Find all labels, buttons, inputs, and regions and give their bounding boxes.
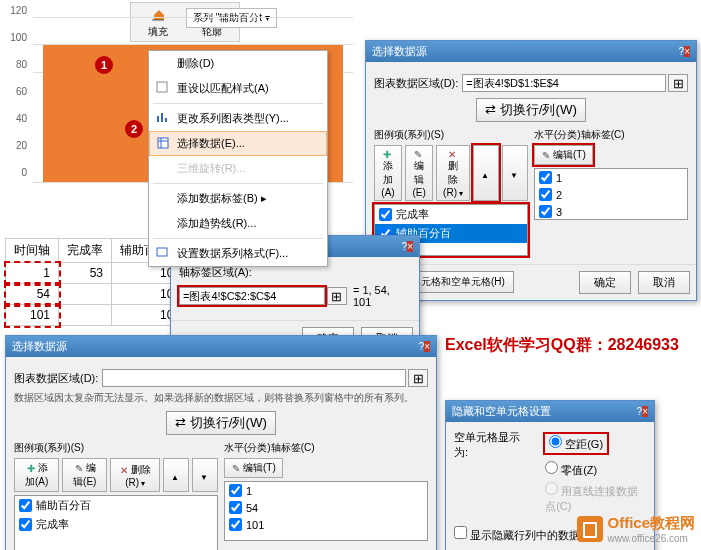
ctx-format[interactable]: 设置数据系列格式(F)... — [149, 241, 327, 266]
ctx-data-labels[interactable]: 添加数据标签(B) ▸ — [149, 186, 327, 211]
move-up-button[interactable] — [473, 145, 499, 201]
ctx-label: 添加趋势线(R)... — [177, 217, 256, 229]
list-item[interactable]: 完成率 — [375, 205, 527, 224]
series-list[interactable]: 辅助百分百 完成率 — [14, 495, 218, 550]
close-button[interactable]: × — [684, 46, 690, 57]
ctx-trendline[interactable]: 添加趋势线(R)... — [149, 211, 327, 236]
watermark: Office教程网 www.office26.com — [577, 514, 695, 544]
radio-input[interactable] — [549, 435, 562, 448]
ok-button[interactable]: 确定 — [579, 271, 631, 294]
ctx-label: 重设以匹配样式(A) — [177, 82, 269, 94]
series-checkbox[interactable] — [19, 499, 32, 512]
svg-rect-2 — [157, 248, 167, 256]
cell[interactable]: 1 — [6, 263, 59, 284]
axis-range-input[interactable] — [179, 287, 325, 305]
move-down-button[interactable] — [502, 145, 528, 201]
edit-icon — [74, 463, 84, 473]
list-item[interactable]: 完成率 — [15, 515, 217, 534]
axis-range-label: 轴标签区域(A): — [179, 265, 411, 280]
separator — [153, 183, 323, 184]
show-hidden-checkbox[interactable] — [454, 526, 467, 539]
edit-icon — [231, 463, 241, 473]
add-button[interactable]: 添加(A) — [374, 145, 402, 201]
cell[interactable]: 53 — [59, 263, 112, 284]
edit-button[interactable]: 编辑(E) — [62, 458, 107, 492]
cat-checkbox[interactable] — [539, 171, 552, 184]
range-picker-icon[interactable]: ⊞ — [327, 287, 347, 305]
reset-icon — [155, 80, 169, 94]
list-item[interactable]: 2 — [535, 186, 687, 203]
btn-label: 编辑(T) — [553, 149, 586, 160]
list-item[interactable]: 54 — [225, 499, 427, 516]
list-item[interactable]: 3 — [535, 203, 687, 220]
close-button[interactable]: × — [407, 241, 413, 252]
list-item[interactable]: 1 — [535, 169, 687, 186]
category-list[interactable]: 1 54 101 — [224, 481, 428, 541]
cell[interactable]: 54 — [6, 284, 59, 305]
swap-label: 切换行/列(W) — [190, 415, 267, 430]
cat-checkbox[interactable] — [539, 188, 552, 201]
table-row: 54100 — [6, 284, 189, 305]
ctx-label: 添加数据标签(B) — [177, 192, 258, 204]
cat-label: 1 — [556, 172, 562, 184]
edit-axis-button[interactable]: 编辑(T) — [224, 458, 283, 478]
ctx-label: 设置数据系列格式(F)... — [177, 247, 288, 259]
range-input[interactable] — [462, 74, 666, 92]
delete-button[interactable]: 删除(R) — [110, 458, 160, 492]
ctx-change-type[interactable]: 更改系列图表类型(Y)... — [149, 106, 327, 131]
edit-button[interactable]: 编辑(E) — [405, 145, 433, 201]
btn-label: 编辑(T) — [243, 462, 276, 473]
y-tick: 100 — [10, 32, 27, 43]
ctx-select-data[interactable]: 选择数据(E)... — [149, 131, 327, 156]
cancel-button[interactable]: 取消 — [638, 271, 690, 294]
move-up-button[interactable] — [163, 458, 189, 492]
series-label: 完成率 — [396, 207, 429, 222]
swap-button[interactable]: ⇄ 切换行/列(W) — [166, 411, 276, 435]
series-label: 辅助百分百 — [36, 498, 91, 513]
radio-gap[interactable]: 空距(G) — [545, 434, 607, 453]
cell[interactable] — [59, 305, 112, 326]
dialog-titlebar[interactable]: 隐藏和空单元格设置 ?× — [446, 401, 654, 422]
radio-input[interactable] — [545, 461, 558, 474]
dialog-titlebar[interactable]: 选择数据源 ?× — [6, 336, 436, 357]
cat-checkbox[interactable] — [229, 484, 242, 497]
radio-label: 空距(G) — [565, 438, 603, 450]
ctx-reset[interactable]: 重设以匹配样式(A) — [149, 76, 327, 101]
move-down-button[interactable] — [192, 458, 218, 492]
range-note: 数据区域因太复杂而无法显示。如果选择新的数据区域，则将替换系列窗格中的所有系列。 — [14, 391, 428, 405]
up-icon — [170, 471, 180, 481]
list-item[interactable]: 辅助百分百 — [15, 496, 217, 515]
qq-group-text: Excel软件学习QQ群：28246933 — [445, 335, 679, 356]
list-item[interactable]: 1 — [225, 482, 427, 499]
swap-button[interactable]: ⇄ 切换行/列(W) — [476, 98, 586, 122]
cat-label: 1 — [246, 485, 252, 497]
y-tick: 60 — [16, 86, 27, 97]
ctx-delete[interactable]: 删除(D) — [149, 51, 327, 76]
range-picker-icon[interactable]: ⊞ — [668, 74, 688, 92]
delete-button[interactable]: 删除(R) — [436, 145, 470, 201]
close-button[interactable]: × — [642, 406, 648, 417]
cat-checkbox[interactable] — [229, 501, 242, 514]
dialog-titlebar[interactable]: 选择数据源 ?× — [366, 41, 696, 62]
range-picker-icon[interactable]: ⊞ — [408, 369, 428, 387]
radio-label: 用直线连接数据点(C) — [545, 485, 638, 512]
up-icon — [480, 169, 490, 179]
add-button[interactable]: 添加(A) — [14, 458, 59, 492]
cat-checkbox[interactable] — [539, 205, 552, 218]
category-list[interactable]: 1 2 3 — [534, 168, 688, 220]
range-label: 图表数据区域(D): — [374, 76, 458, 91]
cat-checkbox[interactable] — [229, 518, 242, 531]
svg-rect-0 — [157, 82, 167, 92]
cell[interactable]: 101 — [6, 305, 59, 326]
down-icon — [509, 169, 519, 179]
series-checkbox[interactable] — [19, 518, 32, 531]
down-icon — [199, 471, 209, 481]
radio-zero[interactable]: 零值(Z) — [545, 461, 646, 478]
close-button[interactable]: × — [424, 341, 430, 352]
edit-axis-button[interactable]: 编辑(T) — [534, 145, 593, 165]
range-input[interactable] — [102, 369, 406, 387]
cell[interactable] — [59, 284, 112, 305]
radio-label: 零值(Z) — [561, 464, 597, 476]
series-checkbox[interactable] — [379, 208, 392, 221]
list-item[interactable]: 101 — [225, 516, 427, 533]
